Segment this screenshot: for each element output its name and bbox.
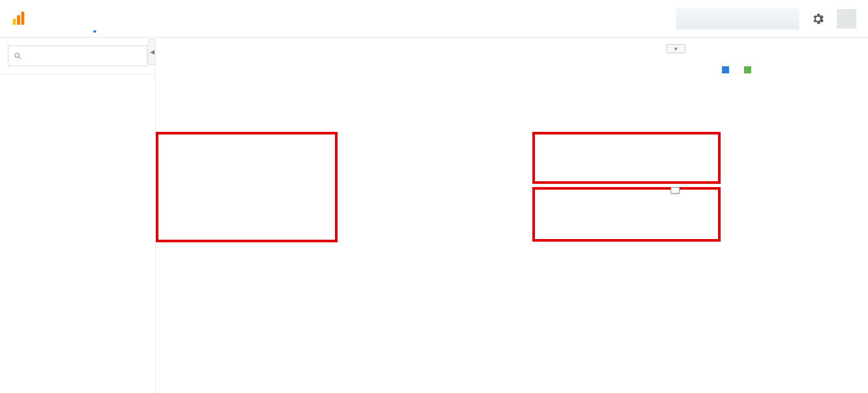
- search-input[interactable]: [27, 51, 142, 61]
- nav-admin[interactable]: [143, 5, 145, 32]
- main-nav: [69, 5, 145, 32]
- svg-rect-2: [21, 12, 25, 25]
- sidebar-collapse-handle[interactable]: ◀: [148, 39, 156, 65]
- legend-item-new: [722, 65, 732, 74]
- account-selector-redacted[interactable]: [676, 8, 799, 30]
- search-box[interactable]: [8, 45, 147, 66]
- layout: ◀ ▼: [0, 38, 868, 393]
- brand-logo: [12, 12, 30, 26]
- header-right: [676, 8, 856, 30]
- ga-logo-icon: [12, 12, 26, 26]
- sidebar: [0, 38, 156, 393]
- svg-point-3: [15, 53, 19, 57]
- search-icon: [14, 51, 22, 60]
- highlight-box: [532, 187, 721, 242]
- side-menu[interactable]: [0, 75, 155, 393]
- gear-icon[interactable]: [811, 12, 825, 26]
- nav-home[interactable]: [69, 5, 71, 32]
- user-avatar[interactable]: [837, 9, 856, 29]
- svg-rect-0: [13, 19, 16, 25]
- content: ▼: [156, 38, 868, 393]
- pie-legend: [616, 65, 860, 74]
- highlight-box: [532, 132, 721, 184]
- nav-reporting[interactable]: [93, 5, 96, 32]
- legend-item-returning: [744, 65, 754, 74]
- svg-rect-1: [17, 15, 20, 25]
- search-wrap: [0, 38, 155, 75]
- svg-line-4: [19, 57, 21, 59]
- top-header: [0, 0, 868, 38]
- chart-expand-toggle[interactable]: ▼: [666, 44, 686, 53]
- nav-customization[interactable]: [118, 5, 121, 32]
- timeline: [156, 38, 868, 52]
- charts-panel: [608, 62, 868, 79]
- pie-tooltip: [671, 187, 680, 194]
- highlight-box: [156, 132, 338, 242]
